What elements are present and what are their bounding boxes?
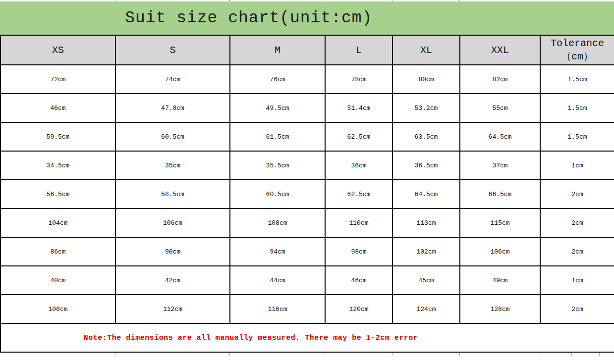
note-center-box: Note:The dimensions are all manually mea… <box>1 334 501 342</box>
size-value-cell: 42cm <box>115 266 230 295</box>
size-value-cell: 56.5cm <box>0 180 115 208</box>
gridline-tick <box>229 353 230 356</box>
column-header-tolerance: Tolerance （cm） <box>540 35 614 65</box>
size-value-cell: 108cm <box>230 208 325 237</box>
size-value-cell: 86cm <box>0 237 115 266</box>
size-value-cell: 45cm <box>392 266 460 295</box>
size-value-cell: 74cm <box>115 65 230 94</box>
size-value-cell: 63.5cm <box>392 122 460 151</box>
tolerance-label-line1: Tolerance <box>541 37 614 50</box>
size-value-cell: 112cm <box>115 295 230 323</box>
chart-title-bar: Suit size chart(unit:cm) <box>0 1 614 35</box>
size-value-cell: 37cm <box>460 151 540 180</box>
size-value-cell: 2cm <box>540 208 614 237</box>
size-value-cell: 78cm <box>325 65 392 94</box>
size-value-cell: 53.2cm <box>392 94 460 122</box>
size-value-cell: 35.5cm <box>230 151 325 180</box>
size-table: XS S M L XL XXL Tolerance （cm） 72cm74cm7… <box>0 35 614 353</box>
gridline-tick <box>392 0 392 1</box>
size-value-cell: 128cm <box>460 295 540 323</box>
table-row: 108cm112cm116cm120cm124cm128cm2cm <box>0 295 614 323</box>
gridline-tick <box>540 353 540 356</box>
gridline-tick <box>115 353 115 356</box>
size-value-cell: 1.5cm <box>540 65 614 94</box>
gridline-tick <box>115 0 115 1</box>
size-value-cell: 102cm <box>392 237 460 266</box>
size-value-cell: 62.5cm <box>325 180 392 208</box>
size-value-cell: 1.5cm <box>540 122 614 151</box>
size-value-cell: 58.5cm <box>115 180 230 208</box>
tolerance-label-line2: （cm） <box>541 50 614 63</box>
size-value-cell: 49cm <box>460 266 540 295</box>
table-row: 46cm47.8cm49.5cm51.4cm53.2cm55cm1.5cm <box>0 94 614 122</box>
spreadsheet-gridline-strip-bottom <box>0 353 614 356</box>
size-value-cell: 51.4cm <box>325 94 392 122</box>
column-header-xs: XS <box>0 35 115 65</box>
size-value-cell: 47.8cm <box>115 94 230 122</box>
gridline-tick <box>459 353 460 356</box>
size-value-cell: 1cm <box>540 151 614 180</box>
table-row: 86cm90cm94cm98cm102cm106cm2cm <box>0 237 614 266</box>
column-header-m: M <box>230 35 325 65</box>
size-value-cell: 113cm <box>392 208 460 237</box>
size-value-cell: 49.5cm <box>230 94 325 122</box>
size-value-cell: 72cm <box>0 65 115 94</box>
size-value-cell: 35cm <box>115 151 230 180</box>
column-header-xxl: XXL <box>460 35 540 65</box>
table-row: 40cm42cm44cm46cm45cm49cm1cm <box>0 266 614 295</box>
column-header-xl: XL <box>392 35 460 65</box>
size-value-cell: 64.5cm <box>460 122 540 151</box>
size-value-cell: 55cm <box>460 94 540 122</box>
chart-title: Suit size chart(unit:cm) <box>125 9 372 27</box>
size-chart-sheet: Suit size chart(unit:cm) XS S M L XL XXL… <box>0 0 614 364</box>
size-value-cell: 120cm <box>325 295 392 323</box>
size-value-cell: 36.5cm <box>392 151 460 180</box>
size-value-cell: 76cm <box>230 65 325 94</box>
gridline-tick <box>325 0 325 1</box>
size-value-cell: 60.5cm <box>115 122 230 151</box>
size-value-cell: 94cm <box>230 237 325 266</box>
table-row: 34.5cm35cm35.5cm36cm36.5cm37cm1cm <box>0 151 614 180</box>
size-value-cell: 106cm <box>460 237 540 266</box>
size-value-cell: 61.5cm <box>230 122 325 151</box>
gridline-tick <box>229 0 230 1</box>
gridline-tick <box>599 353 600 356</box>
gridline-tick <box>459 0 460 1</box>
header-row: XS S M L XL XXL Tolerance （cm） <box>0 35 614 65</box>
size-value-cell: 46cm <box>325 266 392 295</box>
size-value-cell: 64.5cm <box>392 180 460 208</box>
size-value-cell: 2cm <box>540 180 614 208</box>
size-value-cell: 90cm <box>115 237 230 266</box>
size-value-cell: 1.5cm <box>540 94 614 122</box>
gridline-tick <box>571 353 572 356</box>
size-value-cell: 115cm <box>460 208 540 237</box>
size-value-cell: 110cm <box>325 208 392 237</box>
size-value-cell: 108cm <box>0 295 115 323</box>
size-value-cell: 124cm <box>392 295 460 323</box>
size-value-cell: 1cm <box>540 266 614 295</box>
size-value-cell: 2cm <box>540 237 614 266</box>
measurement-note: Note:The dimensions are all manually mea… <box>84 334 418 342</box>
size-value-cell: 116cm <box>230 295 325 323</box>
size-value-cell: 36cm <box>325 151 392 180</box>
size-value-cell: 2cm <box>540 295 614 323</box>
size-value-cell: 80cm <box>392 65 460 94</box>
spreadsheet-gridline-strip-top <box>0 0 614 1</box>
size-value-cell: 82cm <box>460 65 540 94</box>
gridline-tick <box>325 353 325 356</box>
column-header-s: S <box>115 35 230 65</box>
size-value-cell: 66.5cm <box>460 180 540 208</box>
size-value-cell: 98cm <box>325 237 392 266</box>
size-value-cell: 60.5cm <box>230 180 325 208</box>
size-value-cell: 44cm <box>230 266 325 295</box>
gridline-tick <box>392 353 392 356</box>
column-header-l: L <box>325 35 392 65</box>
size-value-cell: 62.5cm <box>325 122 392 151</box>
table-row: 72cm74cm76cm78cm80cm82cm1.5cm <box>0 65 614 94</box>
title-center-box: Suit size chart(unit:cm) <box>0 9 498 27</box>
table-row: 59.5cm60.5cm61.5cm62.5cm63.5cm64.5cm1.5c… <box>0 122 614 151</box>
table-row: 104cm106cm108cm110cm113cm115cm2cm <box>0 208 614 237</box>
size-value-cell: 34.5cm <box>0 151 115 180</box>
size-value-cell: 46cm <box>0 94 115 122</box>
note-cell: Note:The dimensions are all manually mea… <box>0 323 614 352</box>
